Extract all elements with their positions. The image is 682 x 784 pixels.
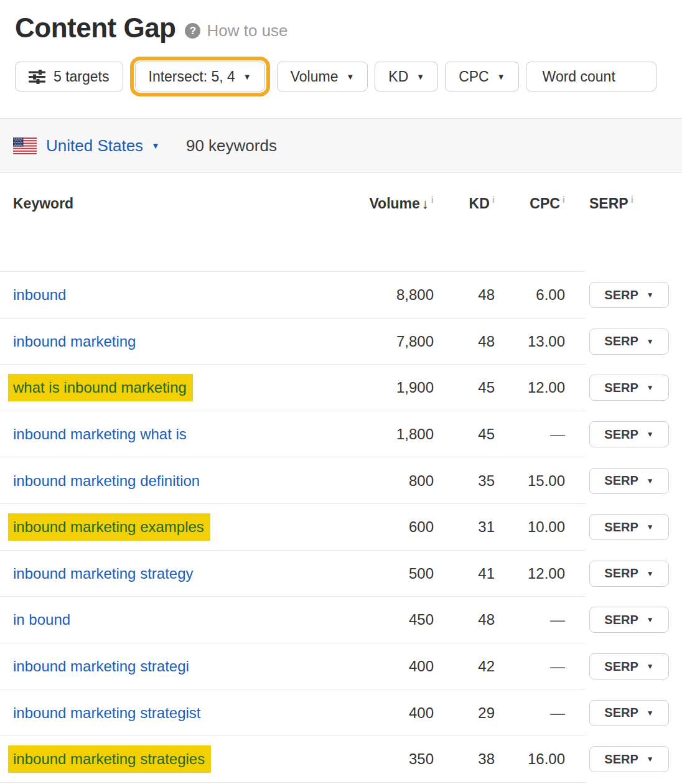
intersect-button[interactable]: Intersect: 5, 4 ▼ [135, 62, 265, 91]
serp-button[interactable]: SERP ▼ [589, 329, 669, 355]
kd-cell: 48 [434, 333, 495, 350]
serp-button-label: SERP [604, 381, 638, 395]
kd-cell: 31 [434, 518, 495, 536]
cpc-cell: — [495, 658, 565, 675]
column-header-serp: SERPi [565, 195, 669, 212]
table-row: inbound 8,800 48 6.00 SERP ▼ [0, 272, 682, 319]
serp-button[interactable]: SERP ▼ [589, 561, 669, 587]
serp-button[interactable]: SERP ▼ [589, 375, 669, 401]
volume-cell: 500 [347, 565, 434, 582]
kd-cell: 48 [434, 286, 495, 304]
keyword-link[interactable]: inbound marketing what is [13, 426, 187, 442]
keyword-cell: inbound marketing [13, 333, 347, 350]
keyword-table-body: inbound 8,800 48 6.00 SERP ▼ inbound mar… [0, 272, 682, 783]
serp-button-label: SERP [604, 613, 638, 627]
keyword-cell: what is inbound marketing [13, 379, 347, 396]
country-selector[interactable]: United States ▼ [46, 136, 160, 156]
volume-header-label: Volume [369, 195, 419, 212]
column-header-volume[interactable]: Volume↓i [347, 195, 434, 212]
cpc-filter-button[interactable]: CPC ▼ [445, 62, 518, 91]
keyword-link[interactable]: inbound [13, 286, 66, 303]
kd-cell: 35 [434, 472, 495, 490]
chevron-down-icon: ▼ [243, 73, 251, 81]
cpc-cell: — [495, 426, 565, 443]
keyword-link[interactable]: inbound marketing strategi [13, 658, 189, 674]
keyword-link[interactable]: inbound marketing strategist [13, 704, 201, 721]
cpc-cell: 6.00 [495, 286, 565, 304]
intersect-highlight-ring: Intersect: 5, 4 ▼ [130, 57, 270, 96]
serp-button[interactable]: SERP ▼ [589, 514, 669, 540]
cpc-cell: 13.00 [495, 333, 565, 350]
keyword-link[interactable]: what is inbound marketing [8, 374, 193, 401]
cpc-filter-label: CPC [459, 68, 489, 85]
kd-filter-button[interactable]: KD ▼ [375, 62, 438, 91]
word-count-filter-label: Word count [543, 68, 615, 85]
column-header-cpc[interactable]: CPCi [495, 195, 565, 212]
column-header-keyword[interactable]: Keyword [13, 195, 347, 212]
table-row: inbound marketing strategies 350 38 16.0… [0, 736, 682, 783]
cpc-cell: 15.00 [495, 472, 565, 490]
page-header: Content Gap ? How to use [0, 0, 682, 44]
serp-button-label: SERP [604, 660, 638, 674]
serp-cell: SERP ▼ [589, 282, 669, 308]
table-row: inbound marketing definition 800 35 15.0… [0, 457, 682, 504]
keyword-link[interactable]: inbound marketing [13, 333, 136, 350]
kd-cell: 38 [434, 750, 495, 768]
kd-cell: 48 [434, 611, 495, 628]
kd-filter-label: KD [388, 68, 408, 85]
serp-cell: SERP ▼ [589, 514, 669, 540]
info-icon[interactable]: i [563, 194, 565, 205]
volume-cell: 800 [347, 472, 434, 490]
cpc-cell: 12.00 [495, 379, 565, 396]
serp-cell: SERP ▼ [589, 421, 669, 447]
volume-cell: 7,800 [347, 333, 434, 350]
serp-button[interactable]: SERP ▼ [589, 282, 669, 308]
keyword-cell: inbound marketing what is [13, 426, 347, 443]
keyword-link[interactable]: inbound marketing strategies [8, 745, 211, 773]
table-row: inbound marketing examples 600 31 10.00 … [0, 504, 682, 551]
keyword-cell: inbound marketing examples [13, 518, 347, 536]
chevron-down-icon: ▼ [151, 141, 160, 150]
serp-button[interactable]: SERP ▼ [589, 468, 669, 494]
kd-header-label: KD [469, 195, 490, 212]
table-header: Keyword Volume↓i KDi CPCi SERPi [0, 173, 682, 272]
serp-cell: SERP ▼ [589, 561, 669, 587]
volume-cell: 600 [347, 518, 434, 536]
serp-cell: SERP ▼ [589, 329, 669, 355]
volume-cell: 350 [347, 750, 434, 768]
keyword-link[interactable]: inbound marketing examples [8, 513, 210, 541]
toolbar: 5 targets Intersect: 5, 4 ▼ Volume ▼ KD … [0, 57, 682, 96]
serp-cell: SERP ▼ [589, 607, 669, 633]
info-icon[interactable]: i [431, 194, 434, 205]
chevron-down-icon: ▼ [647, 431, 654, 438]
help-link[interactable]: ? How to use [185, 21, 287, 40]
column-header-kd[interactable]: KDi [434, 195, 495, 212]
serp-button[interactable]: SERP ▼ [589, 607, 669, 633]
volume-cell: 1,800 [347, 426, 434, 443]
serp-button[interactable]: SERP ▼ [589, 746, 669, 772]
table-row: in bound 450 48 — SERP ▼ [0, 597, 682, 643]
info-icon[interactable]: i [631, 194, 633, 205]
country-bar: United States ▼ 90 keywords [0, 118, 682, 173]
serp-header-label: SERP [589, 195, 628, 212]
serp-button[interactable]: SERP ▼ [589, 700, 669, 726]
keyword-cell: inbound marketing strategi [13, 658, 347, 675]
keyword-link[interactable]: in bound [13, 611, 70, 628]
keyword-link[interactable]: inbound marketing definition [13, 472, 200, 489]
keywords-table: Keyword Volume↓i KDi CPCi SERPi inbound … [0, 173, 682, 783]
word-count-filter-button[interactable]: Word count [526, 62, 656, 91]
serp-button-label: SERP [604, 288, 638, 302]
kd-cell: 42 [434, 658, 495, 675]
keyword-cell: inbound marketing definition [13, 472, 347, 490]
targets-button[interactable]: 5 targets [15, 62, 123, 91]
help-link-label: How to use [207, 21, 287, 40]
volume-filter-button[interactable]: Volume ▼ [277, 62, 368, 91]
serp-button[interactable]: SERP ▼ [589, 421, 669, 447]
serp-button[interactable]: SERP ▼ [589, 653, 669, 679]
chevron-down-icon: ▼ [647, 291, 654, 299]
serp-cell: SERP ▼ [589, 468, 669, 494]
keyword-cell: inbound [13, 286, 347, 304]
info-icon[interactable]: i [492, 194, 495, 205]
keyword-link[interactable]: inbound marketing strategy [13, 565, 194, 582]
kd-cell: 41 [434, 565, 495, 582]
